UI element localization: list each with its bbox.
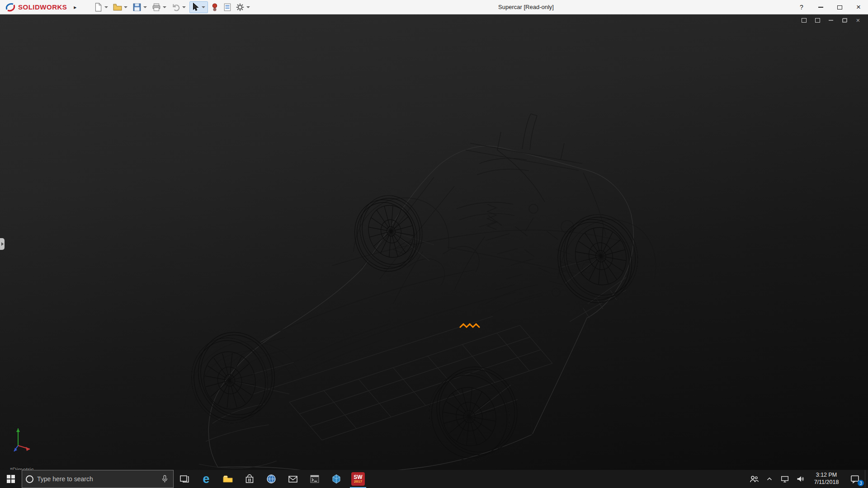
select-cursor-icon [191,3,200,12]
network-icon [780,474,790,484]
float-window-button[interactable] [800,17,807,23]
print-button[interactable] [151,1,169,13]
network-button[interactable] [777,470,793,488]
globe-browser-icon [266,474,277,484]
document-minimize-button[interactable] [827,17,835,23]
gear-icon [236,3,245,12]
document-restore-button[interactable] [841,17,848,23]
taskbar-app-solidworks[interactable]: SW 2017 [347,470,369,488]
file-explorer-icon [222,474,234,484]
options-button[interactable] [234,1,253,13]
brand-text: SOLIDWORKS [18,3,67,11]
save-icon [132,3,142,12]
chevron-up-icon [765,475,774,483]
window-icon [815,18,820,23]
microphone-icon[interactable] [160,474,170,484]
search-input[interactable] [37,475,156,483]
taskbar-app-browser[interactable] [260,470,282,488]
chevron-down-icon[interactable] [163,6,166,8]
menu-flyout-arrow[interactable]: ▸ [71,2,80,13]
graphics-viewport[interactable]: × *Dimetric [0,14,868,470]
clock-date: 7/11/2018 [814,479,839,486]
window-controls: ? × [792,0,868,14]
windows-logo-icon [7,475,15,483]
window-title: Supercar [Read-only] [498,0,554,14]
minimize-icon [829,20,833,21]
print-icon [152,3,161,12]
open-button[interactable] [112,1,130,13]
taskbar-app-store[interactable] [239,470,260,488]
undo-button[interactable] [170,1,189,13]
chevron-down-icon[interactable] [104,6,108,8]
cortana-icon [26,475,33,483]
feature-tree-collapsed-tab[interactable] [0,238,5,250]
store-icon [244,474,255,484]
solidworks-logo: SOLIDWORKS [5,2,67,12]
select-tool-button[interactable] [189,1,208,13]
chevron-down-icon[interactable] [202,6,205,8]
quick-access-toolbar [92,1,253,13]
start-button[interactable] [0,470,22,488]
document-window-controls: × [800,17,862,23]
taskbar-app-edge[interactable]: e [195,470,217,488]
wireframe-model [0,14,868,470]
hidden-icons-button[interactable] [762,470,777,488]
chevron-down-icon[interactable] [182,6,186,8]
taskbar-search[interactable] [22,470,174,488]
open-folder-icon [113,3,122,12]
clock-time: 3:12 PM [816,472,837,479]
file-properties-button[interactable] [222,1,233,13]
minimize-icon [818,7,823,8]
reference-triad [14,428,30,451]
taskbar-clock[interactable]: 3:12 PM 7/11/2018 [808,470,845,488]
task-view-icon [179,474,190,484]
show-desktop-button[interactable] [865,470,868,488]
maximize-icon [837,5,842,9]
close-button[interactable]: × [849,0,868,14]
titlebar: SOLIDWORKS ▸ [0,0,868,14]
dock-window-button[interactable] [814,17,821,23]
action-center-button[interactable]: 3 [845,470,865,488]
terminal-icon [309,474,320,484]
solidworks-app-icon: SW 2017 [351,472,365,486]
people-button[interactable] [746,470,762,488]
people-icon [749,474,760,484]
chevron-right-icon [1,242,4,246]
mail-icon [288,474,298,484]
taskbar-task-view-button[interactable] [174,470,195,488]
minimize-button[interactable] [811,0,830,14]
help-button[interactable]: ? [792,0,811,14]
3d-cube-icon [331,474,342,484]
selected-edge-highlight[interactable] [460,324,479,327]
taskbar-app-terminal[interactable] [304,470,326,488]
rebuild-button[interactable] [209,1,221,13]
undo-icon [171,3,180,12]
restore-icon [842,18,847,23]
volume-button[interactable] [793,470,808,488]
edge-icon: e [203,473,209,485]
window-icon [802,18,807,23]
taskbar-app-3d-viewer[interactable] [326,470,347,488]
view-orientation-label: *Dimetric [10,466,34,470]
document-close-button[interactable]: × [854,17,862,23]
chevron-down-icon[interactable] [246,6,250,8]
chevron-down-icon[interactable] [124,6,127,8]
save-button[interactable] [131,1,150,13]
chevron-down-icon[interactable] [143,6,147,8]
new-document-icon [94,3,103,12]
system-tray: 3:12 PM 7/11/2018 3 [746,470,868,488]
rebuild-traffic-light-icon [210,3,219,12]
taskbar-app-file-explorer[interactable] [217,470,239,488]
taskbar: e [0,470,868,488]
new-document-button[interactable] [92,1,111,13]
solidworks-logo-icon [5,2,16,12]
speaker-icon [795,474,805,484]
notification-badge: 3 [858,480,864,486]
solidworks-app-year: 2017 [354,480,362,483]
taskbar-app-mail[interactable] [282,470,304,488]
file-properties-icon [223,3,232,12]
maximize-button[interactable] [830,0,849,14]
